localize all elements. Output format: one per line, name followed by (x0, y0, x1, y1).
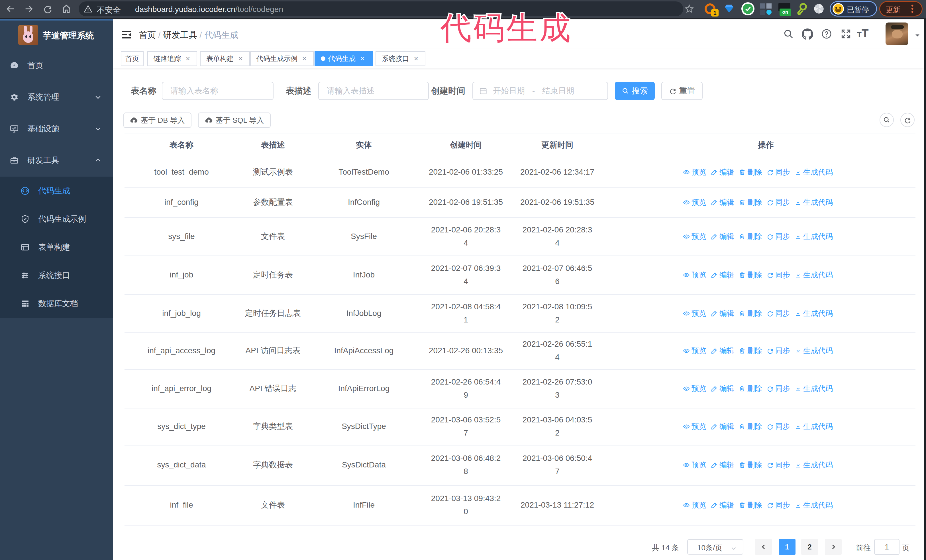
svg-text:代码生成: 代码生成 (440, 10, 572, 45)
